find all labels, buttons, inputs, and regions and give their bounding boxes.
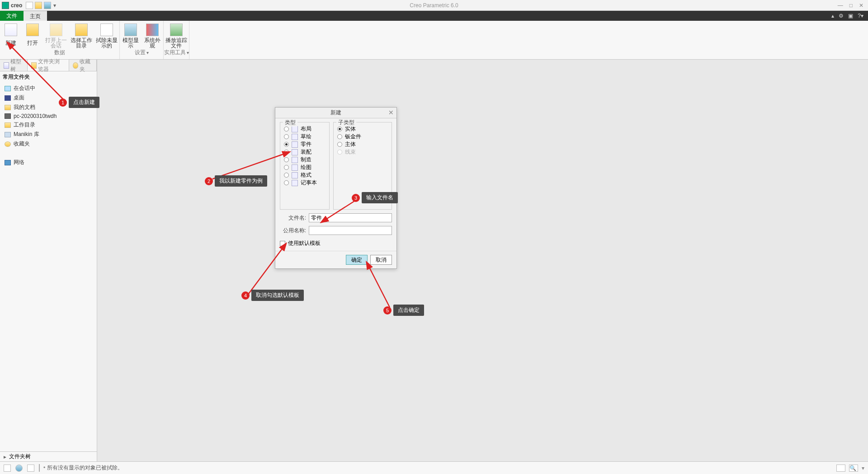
folder-list: 在会话中 桌面 我的文档 pc-20200310twdh 工作目录 Maniki… xyxy=(0,83,97,168)
filename-label: 文件名: xyxy=(280,214,306,222)
qat-new-icon[interactable] xyxy=(26,2,33,9)
system-appearance-button[interactable]: 系统外观 xyxy=(142,23,163,49)
star-icon xyxy=(73,62,78,69)
qat-open-icon[interactable] xyxy=(35,2,42,9)
common-name-label: 公用名称: xyxy=(280,227,306,235)
documents-icon xyxy=(5,105,11,110)
radio-sheetmetal[interactable]: 钣金件 xyxy=(337,133,388,141)
list-item-working-dir[interactable]: 工作目录 xyxy=(0,120,97,130)
radio-harness: 线束 xyxy=(337,148,388,156)
radio-sketch[interactable]: 草绘 xyxy=(284,133,326,141)
common-folders-heading: 常用文件夹 xyxy=(0,71,97,83)
model-display-button[interactable]: 模型显示 xyxy=(120,23,142,49)
dialog-titlebar: 新建 ✕ xyxy=(275,108,396,118)
list-item-desktop[interactable]: 桌面 xyxy=(0,93,97,103)
ribbon-group-data: 新建 打开 打开上一会话 选择工作目录 拭除未显示的 数据 xyxy=(0,21,120,59)
radio-assembly[interactable]: 装配 xyxy=(284,148,326,156)
dialog-close-button[interactable]: ✕ xyxy=(388,109,394,116)
side-tab-model-tree[interactable]: 模型树 xyxy=(0,60,28,71)
list-item-manikin[interactable]: Manikin 库 xyxy=(0,130,97,139)
status-find-button[interactable]: 🔍 xyxy=(849,465,858,472)
cube-icon xyxy=(124,23,137,36)
ok-button[interactable]: 确定 xyxy=(346,255,368,265)
drawing-icon xyxy=(292,164,298,171)
radio-drawing[interactable]: 绘图 xyxy=(284,164,326,171)
notebook-icon xyxy=(292,180,298,186)
session-icon xyxy=(5,86,11,91)
format-icon xyxy=(292,172,298,178)
erase-not-displayed-button[interactable]: 拭除未显示的 xyxy=(94,23,119,49)
radio-part[interactable]: 零件 xyxy=(284,141,326,148)
manikin-icon xyxy=(5,132,11,137)
subtype-legend: 子类型 xyxy=(336,119,356,127)
status-globe-icon[interactable] xyxy=(15,465,23,472)
ribbon-group-label-data: 数据 xyxy=(54,49,65,57)
qat-dropdown-icon[interactable]: ▾ xyxy=(53,3,57,8)
app-title: Creo Parametric 6.0 xyxy=(410,2,458,9)
help-dropdown-icon[interactable]: ?▾ xyxy=(858,13,863,19)
list-item-pc[interactable]: pc-20200310twdh xyxy=(0,112,97,120)
maximize-button[interactable]: □ xyxy=(849,2,853,9)
type-legend: 类型 xyxy=(283,119,297,127)
play-trace-file-button[interactable]: 播放追踪文件 xyxy=(164,23,189,49)
gear-icon[interactable]: ⚙ xyxy=(839,13,844,19)
erase-icon xyxy=(100,23,113,36)
open-last-session-button[interactable]: 打开上一会话 xyxy=(43,23,69,49)
model-tree-icon xyxy=(4,62,9,69)
subtype-fieldset: 子类型 实体 钣金件 主体 线束 xyxy=(333,122,392,210)
ribbon-collapse-icon[interactable]: ▴ xyxy=(831,13,834,19)
side-tab-folder-browser[interactable]: 文件夹浏览器 xyxy=(28,60,69,71)
desktop-icon xyxy=(5,95,11,101)
favorites-icon xyxy=(5,141,11,147)
use-default-template-row[interactable]: 使用默认模板 xyxy=(280,239,392,247)
filename-row: 文件名: xyxy=(280,213,392,222)
tab-home[interactable]: 主页 xyxy=(24,11,47,21)
folder-browser-icon xyxy=(31,62,37,69)
network-icon xyxy=(5,160,11,165)
folder-open-icon xyxy=(26,23,39,36)
qat-save-icon[interactable] xyxy=(44,2,51,9)
ribbon-group-settings: 模型显示 系统外观 设置▾ xyxy=(120,21,164,59)
filename-input[interactable] xyxy=(309,213,392,222)
checkbox-icon[interactable] xyxy=(280,241,285,246)
status-selection-button[interactable] xyxy=(836,465,845,472)
cancel-button[interactable]: 取消 xyxy=(370,255,392,265)
list-item-my-documents[interactable]: 我的文档 xyxy=(0,103,97,112)
close-window-button[interactable]: ✕ xyxy=(859,2,863,9)
radio-manufacturing[interactable]: 制造 xyxy=(284,156,326,164)
radio-format[interactable]: 格式 xyxy=(284,171,326,179)
side-tab-favorites[interactable]: 收藏夹 xyxy=(69,60,97,71)
side-panel: 模型树 文件夹浏览器 收藏夹 常用文件夹 在会话中 桌面 我的文档 pc-202… xyxy=(0,60,97,461)
computer-icon xyxy=(5,113,11,119)
ribbon-group-label-tools[interactable]: 实用工具▾ xyxy=(164,49,189,57)
palette-icon xyxy=(146,23,159,36)
list-item-favorites[interactable]: 收藏夹 xyxy=(0,139,97,149)
ribbon-group-label-settings[interactable]: 设置▾ xyxy=(135,49,149,57)
title-bar: creo ▾ Creo Parametric 6.0 — □ ✕ xyxy=(0,0,868,11)
common-name-input[interactable] xyxy=(309,226,392,235)
radio-notebook[interactable]: 记事本 xyxy=(284,179,326,187)
tab-file[interactable]: 文件 xyxy=(0,11,24,21)
radio-bulk[interactable]: 主体 xyxy=(337,141,388,148)
ribbon-group-tools: 播放追踪文件 实用工具▾ xyxy=(164,21,189,59)
status-bar: 所有没有显示的对象已被拭除。 🔍 ▾ xyxy=(0,461,868,474)
new-button[interactable]: 新建 xyxy=(0,23,22,49)
ribbon: 新建 打开 打开上一会话 选择工作目录 拭除未显示的 数据 模型显示 系统外观 … xyxy=(0,21,868,60)
open-button[interactable]: 打开 xyxy=(22,23,43,49)
folder-tree-toggle[interactable]: ▸文件夹树 xyxy=(0,451,97,461)
status-message: 所有没有显示的对象已被拭除。 xyxy=(39,464,123,472)
quick-access-toolbar: ▾ xyxy=(26,2,57,9)
minimize-button[interactable]: — xyxy=(838,2,843,9)
status-blank-icon[interactable] xyxy=(27,465,34,472)
mfg-icon xyxy=(292,157,298,163)
windows-icon[interactable]: ▣ xyxy=(848,13,853,19)
select-working-dir-button[interactable]: 选择工作目录 xyxy=(69,23,94,49)
common-name-row: 公用名称: xyxy=(280,226,392,235)
menu-bar: 文件 主页 ▴ ⚙ ▣ ?▾ xyxy=(0,11,868,21)
list-item-in-session[interactable]: 在会话中 xyxy=(0,84,97,93)
list-item-network[interactable]: 网络 xyxy=(0,158,97,167)
menubar-right-icons: ▴ ⚙ ▣ ?▾ xyxy=(831,11,868,21)
sketch-icon xyxy=(292,134,298,140)
status-box-icon[interactable] xyxy=(4,465,11,472)
dialog-title: 新建 xyxy=(330,109,341,117)
